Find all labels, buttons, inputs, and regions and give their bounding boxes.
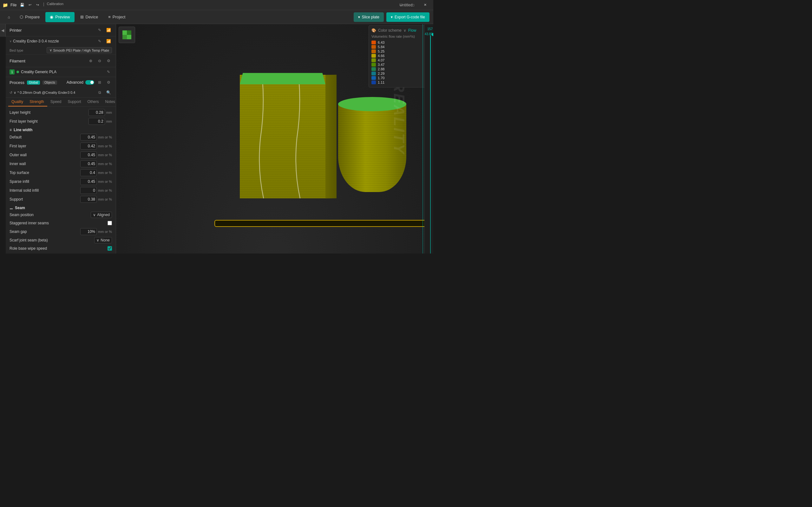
outer-wall-unit: mm or %: [98, 153, 112, 157]
tab-project[interactable]: ≡ Project: [104, 12, 130, 22]
tag-global[interactable]: Global: [27, 80, 40, 84]
prepare-icon: ⬡: [20, 14, 23, 19]
tab-device[interactable]: ⊞ Device: [76, 12, 103, 22]
staggered-label: Staggered inner seams: [9, 221, 107, 225]
panel-collapse-arrow[interactable]: ◀: [0, 24, 6, 37]
sparse-infill-label: Sparse infill: [9, 179, 80, 184]
default-label: Default: [9, 135, 80, 139]
tab-notes[interactable]: Notes: [102, 98, 116, 107]
first-layer-line-label: First layer: [9, 144, 80, 148]
undo-button[interactable]: ↩: [27, 2, 33, 8]
filament-edit-icon[interactable]: ✎: [105, 68, 112, 75]
default-unit: mm or %: [98, 135, 112, 139]
layer-height-label: Layer height: [9, 110, 89, 115]
cs-color-9: [371, 80, 376, 84]
staggered-checkbox[interactable]: [107, 221, 112, 225]
process-section: Process Global Objects Advanced ⊞ ⚙ ↺ ∨ …: [6, 77, 116, 98]
viewport-3d[interactable]: Seam Painting REALITY 🎨 Color scheme ∨: [116, 24, 433, 253]
filament-add-icon[interactable]: ⊕: [87, 57, 94, 64]
tag-objects[interactable]: Objects: [43, 80, 57, 84]
close-button[interactable]: ✕: [419, 0, 431, 10]
tab-prepare[interactable]: ⬡ Prepare: [15, 12, 44, 22]
cs-entry-0: 6.43: [371, 40, 429, 45]
outer-wall-input[interactable]: [80, 152, 97, 158]
inner-wall-value: mm or %: [80, 160, 112, 167]
canvas-area[interactable]: Seam Painting REALITY 🎨 Color scheme ∨: [116, 24, 433, 253]
first-layer-height-input[interactable]: [89, 118, 105, 125]
support-input[interactable]: [80, 196, 97, 203]
seam-gap-input[interactable]: [80, 228, 97, 235]
cs-flow: Flow: [408, 28, 416, 33]
filament-settings-icon[interactable]: ⚙: [105, 57, 112, 64]
tab-speed[interactable]: Speed: [47, 98, 65, 107]
seam-title: Seam: [15, 206, 25, 210]
export-button[interactable]: ▾ Export G-code file: [386, 12, 429, 22]
process-copy-icon[interactable]: ⧉: [96, 89, 103, 96]
cs-entry-6: 2.88: [371, 67, 429, 71]
title-bar: 📁 File 💾 ↩ ↪ | Calibration Untitled ─ □ …: [0, 0, 433, 10]
top-surface-input[interactable]: [80, 169, 97, 176]
printer-title: Printer: [9, 28, 21, 33]
cs-entry-4: 4.07: [371, 58, 429, 62]
cs-entry-8: 1.70: [371, 76, 429, 80]
default-input[interactable]: [80, 134, 97, 141]
svg-rect-0: [122, 31, 127, 35]
scarf-joint-caret: ∨: [96, 238, 99, 242]
internal-solid-input[interactable]: [80, 187, 97, 194]
printer-name-wifi-icon[interactable]: 📶: [105, 38, 112, 45]
cs-color-4: [371, 58, 376, 62]
cs-entry-7: 2.29: [371, 71, 429, 76]
filament-row: 1 Creality Generic PLA ✎: [6, 67, 116, 77]
slice-button[interactable]: ▾ Slice plate: [354, 12, 384, 22]
first-layer-line-input[interactable]: [80, 143, 97, 150]
tab-support[interactable]: Support: [64, 98, 84, 107]
cs-val-8: 1.70: [378, 76, 385, 80]
cs-val-2: 5.25: [378, 49, 385, 53]
scarf-joint-dropdown[interactable]: ∨ None: [94, 237, 112, 243]
sparse-infill-input[interactable]: [80, 178, 97, 185]
cs-val-6: 2.88: [378, 67, 385, 71]
advanced-label: Advanced: [67, 80, 84, 84]
filament-section-header: Filament ⊕ ⊖ ⚙: [6, 55, 116, 67]
process-search-icon[interactable]: 🔍: [105, 89, 112, 96]
tab-quality[interactable]: Quality: [8, 98, 26, 107]
cs-val-0: 6.43: [378, 41, 385, 44]
staggered-row: Staggered inner seams: [6, 219, 116, 227]
top-surface-label: Top surface: [9, 170, 80, 175]
printer-edit-icon[interactable]: ✎: [96, 26, 103, 34]
printer-name-icons: ✎ 📶: [96, 38, 112, 45]
process-name-text: * 0.28mm Draft @Creality Ender3 0.4: [17, 91, 75, 95]
printer-name: Creality Ender-3 0.4 nozzle: [13, 39, 59, 43]
printer-name-edit-icon[interactable]: ✎: [96, 38, 103, 45]
printer-wifi-icon[interactable]: 📶: [105, 26, 112, 34]
redo-button[interactable]: ↪: [34, 2, 41, 8]
settings-content: Layer height mm First layer height mm ≡ …: [6, 107, 116, 253]
inner-wall-label: Inner wall: [9, 162, 80, 166]
filament-remove-icon[interactable]: ⊖: [96, 57, 103, 64]
first-layer-height-label: First layer height: [9, 119, 89, 124]
tab-preview[interactable]: ◉ Preview: [45, 12, 74, 22]
thumbnail-panel[interactable]: [119, 26, 135, 43]
home-button[interactable]: ⌂: [4, 12, 14, 22]
cs-color-6: [371, 67, 376, 71]
process-settings-icon[interactable]: ⚙: [105, 79, 112, 86]
save-button[interactable]: 💾: [19, 2, 26, 8]
printer-icons: ✎ 📶: [96, 26, 112, 34]
sparse-infill-value: mm or %: [80, 178, 112, 185]
tab-strength[interactable]: Strength: [26, 98, 47, 107]
bed-type-value[interactable]: ∨ Smooth PEI Plate / High Temp Plate: [47, 47, 112, 53]
tab-others[interactable]: Others: [84, 98, 102, 107]
filament-icons: ⊕ ⊖ ⚙: [87, 57, 112, 64]
bed-type-caret: ∨: [49, 48, 52, 52]
wipe-speed-row: Wipe speed mm/s or %: [6, 252, 116, 253]
inner-wall-input[interactable]: [80, 160, 97, 167]
layer-height-input[interactable]: [89, 109, 105, 116]
role-base-wipe-checkbox[interactable]: [107, 246, 112, 250]
process-preset-icon[interactable]: ⊞: [96, 79, 103, 86]
seam-position-dropdown[interactable]: ∨ Aligned: [91, 212, 112, 218]
advanced-toggle[interactable]: [85, 80, 94, 84]
export-label: Export G-code file: [395, 15, 425, 19]
cs-subtitle: Volumetric flow rate (mm³/s): [371, 35, 429, 38]
cs-color-7: [371, 72, 376, 75]
cs-val-4: 4.07: [378, 58, 385, 62]
